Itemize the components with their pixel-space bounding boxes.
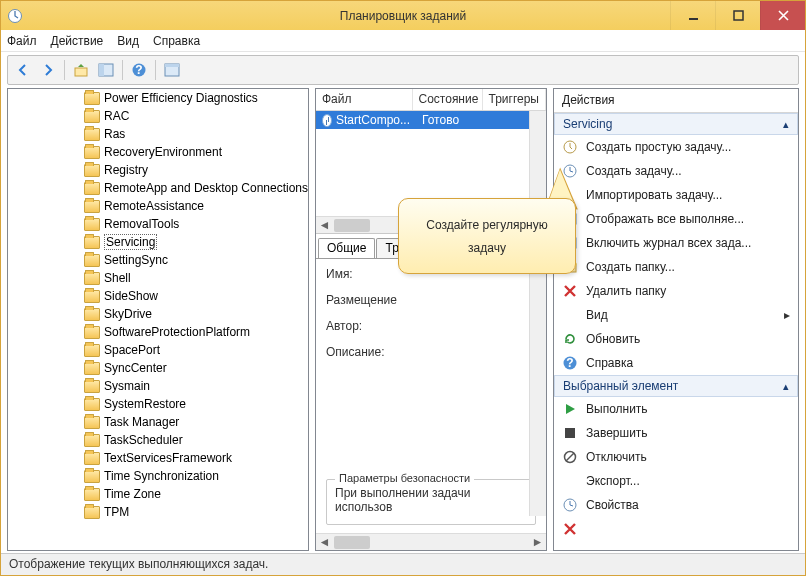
help-button[interactable]: ? — [128, 59, 150, 81]
tree-item[interactable]: TPM — [8, 503, 308, 521]
folder-icon — [84, 362, 100, 375]
action-end[interactable]: Завершить — [554, 421, 798, 445]
tree-item[interactable]: TaskScheduler — [8, 431, 308, 449]
folder-icon — [84, 290, 100, 303]
col-state[interactable]: Состояние — [413, 89, 483, 110]
tree-item[interactable]: Time Zone — [8, 485, 308, 503]
folder-icon — [84, 128, 100, 141]
svg-rect-2 — [734, 11, 743, 20]
tree-item[interactable]: Task Manager — [8, 413, 308, 431]
close-button[interactable] — [760, 1, 805, 30]
tab-general[interactable]: Общие — [318, 238, 375, 258]
tree-item-label: TPM — [104, 505, 129, 519]
folder-tree[interactable]: Power Efficiency DiagnosticsRACRasRecove… — [8, 89, 308, 550]
tree-item-label: RemovalTools — [104, 217, 179, 231]
tree-item[interactable]: SkyDrive — [8, 305, 308, 323]
tree-item-label: TaskScheduler — [104, 433, 183, 447]
tab-general-body: Имя: Размещение Автор: Описание: Парамет… — [316, 258, 546, 533]
refresh-icon — [562, 331, 578, 347]
action-enable-history[interactable]: Включить журнал всех зада... — [554, 231, 798, 255]
col-file[interactable]: Файл — [316, 89, 413, 110]
tree-item[interactable]: RemoteApp and Desktop Connections — [8, 179, 308, 197]
label-location: Размещение — [326, 293, 536, 307]
titlebar[interactable]: Планировщик заданий — [1, 1, 805, 30]
menu-help[interactable]: Справка — [153, 34, 200, 48]
window-title: Планировщик заданий — [340, 9, 466, 23]
col-triggers[interactable]: Триггеры — [483, 89, 547, 110]
tree-item[interactable]: Shell — [8, 269, 308, 287]
action-disable[interactable]: Отключить — [554, 445, 798, 469]
security-line: При выполнении задачи использов — [335, 486, 527, 514]
tree-item[interactable]: SpacePort — [8, 341, 308, 359]
tree-item-label: Power Efficiency Diagnostics — [104, 91, 258, 105]
properties-button[interactable] — [161, 59, 183, 81]
folder-icon — [84, 164, 100, 177]
tree-item[interactable]: SyncCenter — [8, 359, 308, 377]
action-create-task[interactable]: Создать задачу... — [554, 159, 798, 183]
folder-icon — [84, 254, 100, 267]
folder-icon — [84, 506, 100, 519]
tree-item[interactable]: RemoteAssistance — [8, 197, 308, 215]
toolbar: ? — [7, 55, 799, 85]
up-button[interactable] — [70, 59, 92, 81]
status-text: Отображение текущих выполняющихся задач. — [9, 557, 268, 571]
tree-item[interactable]: RemovalTools — [8, 215, 308, 233]
menu-file[interactable]: Файл — [7, 34, 37, 48]
action-delete-folder[interactable]: Удалить папку — [554, 279, 798, 303]
tree-item[interactable]: TextServicesFramework — [8, 449, 308, 467]
folder-icon — [84, 398, 100, 411]
actions-header: Действия — [554, 89, 798, 113]
menu-bar: Файл Действие Вид Справка — [1, 30, 805, 52]
tree-item[interactable]: SettingSync — [8, 251, 308, 269]
tree-item[interactable]: Servicing — [8, 233, 308, 251]
app-icon — [7, 8, 23, 24]
folder-icon — [84, 380, 100, 393]
tree-item[interactable]: Power Efficiency Diagnostics — [8, 89, 308, 107]
action-delete-stub[interactable] — [554, 517, 798, 541]
action-create-basic-task[interactable]: Создать простую задачу... — [554, 135, 798, 159]
action-run[interactable]: Выполнить — [554, 397, 798, 421]
tree-item[interactable]: SystemRestore — [8, 395, 308, 413]
grid-header[interactable]: Файл Состояние Триггеры — [316, 89, 546, 111]
maximize-button[interactable] — [715, 1, 760, 30]
action-show-running[interactable]: Отображать все выполняе... — [554, 207, 798, 231]
section-servicing[interactable]: Servicing▴ — [554, 113, 798, 135]
tree-item[interactable]: Time Synchronization — [8, 467, 308, 485]
task-row[interactable]: StartCompo... Готово — [316, 111, 546, 129]
blank-icon — [562, 307, 578, 323]
delete-icon — [562, 521, 578, 537]
tree-item-label: RemoteApp and Desktop Connections — [104, 181, 308, 195]
action-new-folder[interactable]: Создать папку... — [554, 255, 798, 279]
tree-item[interactable]: RecoveryEnvironment — [8, 143, 308, 161]
action-refresh[interactable]: Обновить — [554, 327, 798, 351]
show-hide-tree-button[interactable] — [95, 59, 117, 81]
back-button[interactable] — [12, 59, 34, 81]
action-view-submenu[interactable]: Вид▸ — [554, 303, 798, 327]
grid-scrollbar-v[interactable] — [529, 111, 546, 199]
tree-item[interactable]: Registry — [8, 161, 308, 179]
action-export[interactable]: Экспорт... — [554, 469, 798, 493]
collapse-icon: ▴ — [783, 118, 789, 131]
folder-icon — [84, 218, 100, 231]
tree-item-label: SystemRestore — [104, 397, 186, 411]
menu-view[interactable]: Вид — [117, 34, 139, 48]
properties-icon — [562, 497, 578, 513]
detail-scrollbar-v[interactable] — [529, 259, 546, 516]
action-import-task[interactable]: Импортировать задачу... — [554, 183, 798, 207]
action-help[interactable]: ?Справка — [554, 351, 798, 375]
collapse-icon: ▴ — [783, 380, 789, 393]
tree-item[interactable]: SideShow — [8, 287, 308, 305]
task-icon — [322, 114, 332, 127]
action-properties[interactable]: Свойства — [554, 493, 798, 517]
minimize-button[interactable] — [670, 1, 715, 30]
menu-action[interactable]: Действие — [51, 34, 104, 48]
tree-item[interactable]: SoftwareProtectionPlatform — [8, 323, 308, 341]
forward-button[interactable] — [37, 59, 59, 81]
detail-scrollbar-h[interactable]: ◄► — [316, 533, 546, 550]
section-selected-item[interactable]: Выбранный элемент▴ — [554, 375, 798, 397]
middle-panel: Файл Состояние Триггеры StartCompo... Го… — [315, 88, 547, 551]
label-author: Автор: — [326, 319, 536, 333]
tree-item[interactable]: Ras — [8, 125, 308, 143]
tree-item[interactable]: Sysmain — [8, 377, 308, 395]
tree-item[interactable]: RAC — [8, 107, 308, 125]
